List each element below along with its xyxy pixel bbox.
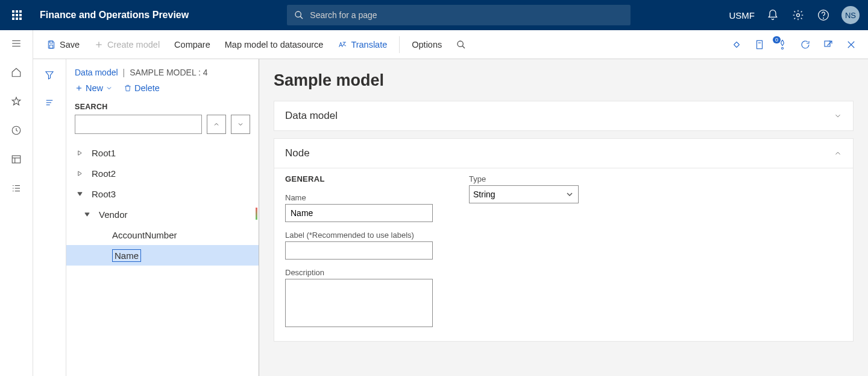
close-icon[interactable]: [845, 39, 857, 51]
card-data-model-header[interactable]: Data model: [274, 101, 853, 130]
search-section-title: SEARCH: [66, 103, 259, 115]
type-select[interactable]: String: [469, 185, 579, 203]
compare-button[interactable]: Compare: [167, 30, 218, 59]
filter-icon[interactable]: [43, 69, 55, 81]
refresh-icon[interactable]: [799, 39, 811, 51]
tree-node-root2[interactable]: Root2: [66, 163, 259, 183]
popout-icon[interactable]: [822, 39, 834, 51]
plus-icon: [94, 40, 104, 49]
svg-point-4: [823, 18, 824, 19]
name-label: Name: [285, 193, 433, 202]
help-icon[interactable]: [816, 8, 831, 22]
page-title: Sample model: [274, 71, 854, 90]
map-model-button[interactable]: Map model to datasource: [218, 30, 331, 59]
search-prev-button[interactable]: [207, 115, 226, 134]
tree-node-accountnumber[interactable]: AccountNumber: [66, 225, 259, 245]
svg-rect-18: [49, 41, 52, 43]
search-icon: [294, 10, 304, 20]
svg-rect-24: [757, 40, 763, 49]
modules-icon[interactable]: [10, 182, 22, 194]
hamburger-icon[interactable]: [10, 37, 22, 49]
breadcrumb: Data model | SAMPLE MODEL : 4: [66, 68, 259, 83]
plus-icon: [75, 84, 83, 92]
cmd-search-button[interactable]: [449, 30, 473, 59]
settings-icon[interactable]: [791, 8, 805, 22]
chevron-down-icon: [105, 84, 113, 92]
tree-search-input[interactable]: [75, 115, 202, 134]
search-next-button[interactable]: [231, 115, 250, 134]
fieldset-general: GENERAL: [285, 174, 433, 183]
label-input[interactable]: [285, 241, 433, 260]
new-button[interactable]: New: [75, 83, 113, 93]
favorites-icon[interactable]: [10, 95, 22, 107]
delete-button[interactable]: Delete: [124, 83, 160, 93]
options-button[interactable]: Options: [404, 30, 449, 59]
breadcrumb-link[interactable]: Data model: [75, 68, 118, 77]
company-label[interactable]: USMF: [729, 10, 755, 21]
search-icon: [456, 40, 466, 49]
type-label: Type: [469, 174, 579, 183]
save-icon: [46, 40, 56, 49]
attach-icon[interactable]: [753, 39, 766, 51]
chevron-down-icon: [834, 112, 842, 120]
svg-point-2: [797, 14, 800, 17]
description-input[interactable]: [285, 279, 433, 327]
notifications-icon[interactable]: [766, 8, 780, 22]
translate-icon: [338, 40, 347, 49]
user-avatar[interactable]: NS: [841, 6, 860, 24]
svg-point-0: [295, 11, 301, 17]
tree-node-root3[interactable]: Root3: [66, 183, 259, 204]
trash-icon: [124, 84, 132, 92]
share-icon[interactable]: [731, 39, 743, 51]
card-node-header[interactable]: Node: [274, 139, 853, 168]
tree-node-name[interactable]: Name: [66, 245, 259, 266]
svg-rect-9: [12, 156, 20, 163]
global-search[interactable]: [287, 5, 631, 25]
tree-node-root1[interactable]: Root1: [66, 142, 259, 163]
name-input[interactable]: [285, 204, 433, 222]
chevron-up-icon: [834, 149, 842, 158]
svg-point-26: [782, 47, 784, 49]
breadcrumb-current: SAMPLE MODEL : 4: [130, 68, 207, 77]
svg-point-22: [458, 41, 463, 46]
app-launcher-icon[interactable]: [5, 0, 29, 30]
issues-icon[interactable]: 0: [776, 39, 788, 51]
app-title: Finance and Operations Preview: [40, 10, 189, 21]
recent-icon[interactable]: [10, 124, 22, 136]
list-icon[interactable]: [43, 97, 55, 109]
svg-line-23: [462, 46, 465, 48]
label-label: Label (*Recommended to use labels): [285, 231, 433, 240]
translate-button[interactable]: Translate: [330, 30, 394, 59]
workspaces-icon[interactable]: [10, 153, 22, 165]
tree-node-vendor[interactable]: Vendor: [66, 204, 259, 225]
create-model-button: Create model: [87, 30, 167, 59]
svg-line-1: [300, 16, 303, 19]
svg-rect-19: [49, 45, 52, 48]
home-icon[interactable]: [10, 66, 22, 78]
global-search-input[interactable]: [310, 10, 623, 20]
description-label: Description: [285, 268, 433, 277]
save-button[interactable]: Save: [39, 30, 87, 59]
